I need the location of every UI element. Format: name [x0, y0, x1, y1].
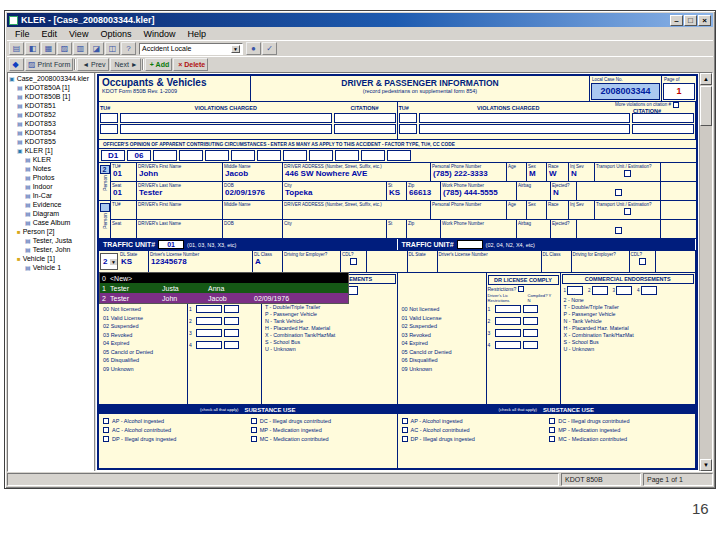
- substance-checkbox[interactable]: [402, 427, 408, 433]
- endorsement-input[interactable]: [616, 286, 632, 295]
- tree-item-kdot850b[interactable]: ▤ KDOT850B [1]: [9, 92, 94, 101]
- person-field[interactable]: City: [283, 220, 387, 238]
- tree-item-kdot851[interactable]: ▤ KDOT851: [9, 101, 94, 110]
- grid-row[interactable]: 0 <New>: [100, 273, 348, 283]
- person-field[interactable]: TU#: [111, 201, 137, 219]
- person-field[interactable]: Age: [507, 163, 527, 181]
- person-field[interactable]: DOB02/09/1976: [223, 182, 283, 200]
- substance-checkbox[interactable]: [103, 427, 109, 433]
- person-field[interactable]: Transport Unit / Estimation?: [595, 163, 661, 181]
- person-field[interactable]: Ejected?: [551, 220, 577, 238]
- tree-item-evidence[interactable]: ▤ Evidence: [9, 200, 94, 209]
- person-field[interactable]: RaceW: [547, 163, 569, 181]
- person-field[interactable]: [577, 220, 661, 238]
- tu-input[interactable]: [399, 124, 417, 134]
- menu-view[interactable]: View: [63, 29, 94, 39]
- complied-input[interactable]: [523, 329, 538, 337]
- license-field[interactable]: Driver's License Number: [438, 251, 542, 272]
- tree-item-kler-sub[interactable]: ▤ KLER: [9, 155, 94, 164]
- add-form-button[interactable]: + Add: [145, 58, 172, 71]
- menu-file[interactable]: File: [9, 29, 36, 39]
- print-form-button[interactable]: ▨Print Form: [25, 58, 73, 71]
- menu-edit[interactable]: Edit: [36, 29, 64, 39]
- opinion-code-cell[interactable]: [309, 150, 333, 161]
- tree-item-person-folder[interactable]: ■ Person [2]: [9, 227, 94, 236]
- save-button[interactable]: ▦: [41, 42, 56, 55]
- restore-button[interactable]: □: [684, 15, 697, 26]
- person-field[interactable]: DRIVER's Last Name: [137, 220, 223, 238]
- opinion-code-cell[interactable]: [153, 150, 177, 161]
- person-field[interactable]: DRIVER's First NameJohn: [137, 163, 223, 181]
- substance-checkbox[interactable]: [549, 427, 555, 433]
- tree-item-kdot850a[interactable]: ▤ KDOT850A [1]: [9, 83, 94, 92]
- license-field[interactable]: Driving for Employer?: [283, 251, 341, 272]
- complied-input[interactable]: [224, 341, 239, 349]
- violation-input[interactable]: [120, 113, 332, 123]
- restriction-input[interactable]: [495, 341, 521, 349]
- substance-option[interactable]: MP - Medication ingested: [251, 425, 393, 434]
- violation-input[interactable]: [120, 124, 332, 134]
- person-field[interactable]: Airbag: [517, 182, 551, 200]
- tree-item-case-root[interactable]: ▣ Case_2008003344.kler: [9, 74, 94, 83]
- complied-input[interactable]: [523, 341, 538, 349]
- substance-option[interactable]: AP - Alcohol ingested: [103, 416, 245, 425]
- complied-input[interactable]: [523, 317, 538, 325]
- person-field[interactable]: Middle NameJacob: [223, 163, 283, 181]
- substance-checkbox[interactable]: [103, 418, 109, 424]
- restriction-input[interactable]: [196, 317, 222, 325]
- restriction-input[interactable]: [495, 317, 521, 325]
- person-field[interactable]: CityTopeka: [283, 182, 387, 200]
- person-field[interactable]: Transport Unit / Estimation?: [595, 201, 661, 219]
- restriction-input[interactable]: [196, 305, 222, 313]
- license-field[interactable]: CDL?: [630, 251, 656, 272]
- person-field[interactable]: Zip: [407, 220, 441, 238]
- person-field[interactable]: Airbag: [517, 220, 551, 238]
- substance-checkbox[interactable]: [251, 418, 257, 424]
- substance-option[interactable]: MP - Medication ingested: [549, 425, 691, 434]
- chevron-down-icon[interactable]: ▼: [110, 259, 117, 265]
- tree-item-case-album[interactable]: ▤ Case Album: [9, 218, 94, 227]
- restriction-input[interactable]: [495, 305, 521, 313]
- person-field[interactable]: DRIVER's First Name: [137, 201, 223, 219]
- scrollbar-thumb[interactable]: [700, 86, 712, 126]
- page-field[interactable]: 1: [663, 83, 695, 100]
- tree-item-notes[interactable]: ▤ Notes: [9, 164, 94, 173]
- delete-form-button[interactable]: × Delete: [173, 58, 208, 71]
- substance-option[interactable]: AC - Alcohol contributed: [103, 425, 245, 434]
- copy-button[interactable]: ◫: [105, 42, 120, 55]
- person-field[interactable]: Race: [547, 201, 569, 219]
- substance-checkbox[interactable]: [251, 427, 257, 433]
- license-field[interactable]: Driving for Employer?: [572, 251, 630, 272]
- chevron-down-icon[interactable]: ▼: [231, 45, 240, 53]
- person-field[interactable]: Personal Phone Number(785) 222-3333: [431, 163, 507, 181]
- person-field[interactable]: Work Phone Number(785) 444-5555: [441, 182, 517, 200]
- case-number-field[interactable]: 2008003344: [591, 83, 660, 100]
- substance-checkbox[interactable]: [402, 436, 408, 442]
- person-field[interactable]: Inj SevN: [569, 163, 595, 181]
- tree-item-photos[interactable]: ▤ Photos: [9, 173, 94, 182]
- tree-item-person-john[interactable]: ▤ Tester, John: [9, 245, 94, 254]
- license-field[interactable]: DL State: [408, 251, 438, 272]
- person-field[interactable]: [577, 182, 661, 200]
- help-button[interactable]: ?: [121, 42, 136, 55]
- close-button[interactable]: ×: [698, 15, 711, 26]
- opinion-code-cell[interactable]: D1: [101, 150, 125, 161]
- endorsement-input[interactable]: [567, 286, 583, 295]
- citation-input[interactable]: [632, 113, 694, 123]
- substance-checkbox[interactable]: [402, 418, 408, 424]
- tree-item-vehicle-folder[interactable]: ■ Vehicle [1]: [9, 254, 94, 263]
- traffic-unit-input[interactable]: [457, 240, 483, 249]
- person-field[interactable]: DRIVER ADDRESS (Number, Street, Suffix, …: [283, 163, 431, 181]
- toolbar-button[interactable]: [142, 59, 144, 70]
- tree-item-kdot854[interactable]: ▤ KDOT854: [9, 128, 94, 137]
- person-field[interactable]: TU#01: [111, 163, 137, 181]
- vertical-scrollbar[interactable]: ▲ ▼: [699, 73, 712, 471]
- print-preview-button[interactable]: ▥: [73, 42, 88, 55]
- tree-item-vehicle-1[interactable]: ▤ Vehicle 1: [9, 263, 94, 272]
- tu-input[interactable]: [100, 124, 118, 134]
- person-field[interactable]: Seat: [111, 220, 137, 238]
- restriction-input[interactable]: [495, 329, 521, 337]
- more-violations-checkbox[interactable]: [673, 102, 679, 108]
- tu-input[interactable]: [399, 113, 417, 123]
- tree-item-diagram[interactable]: ▤ Diagram: [9, 209, 94, 218]
